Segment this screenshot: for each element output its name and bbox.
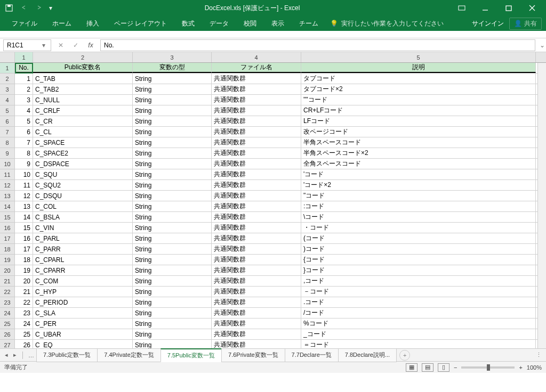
- table-cell[interactable]: _コード: [301, 329, 536, 339]
- table-cell[interactable]: 26: [15, 340, 33, 348]
- table-cell[interactable]: String: [133, 180, 212, 190]
- table-cell[interactable]: 共通関数群: [212, 159, 301, 169]
- table-cell[interactable]: String: [133, 276, 212, 286]
- row-header[interactable]: 7: [0, 127, 15, 137]
- table-cell[interactable]: 半角スペースコード×2: [301, 148, 536, 158]
- table-cell[interactable]: String: [133, 105, 212, 116]
- zoom-slider[interactable]: [461, 366, 515, 369]
- table-cell[interactable]: C_SQU: [33, 169, 133, 179]
- tab-scroll-left-icon[interactable]: ◂: [2, 350, 11, 360]
- table-cell[interactable]: 共通関数群: [212, 233, 301, 243]
- table-cell[interactable]: C_UBAR: [33, 329, 133, 339]
- fx-icon[interactable]: fx: [84, 39, 97, 51]
- table-cell[interactable]: 2: [15, 84, 33, 94]
- table-cell[interactable]: 共通関数群: [212, 137, 301, 148]
- row-header[interactable]: 26: [0, 329, 15, 340]
- tab-options-icon[interactable]: ⋮: [536, 352, 542, 358]
- table-cell[interactable]: :コード: [301, 201, 536, 211]
- row-header[interactable]: 2: [0, 74, 15, 84]
- row-header[interactable]: 13: [0, 191, 15, 201]
- table-cell[interactable]: (コード: [301, 233, 536, 243]
- table-cell[interactable]: 15: [15, 223, 33, 233]
- table-cell[interactable]: String: [133, 265, 212, 275]
- share-button[interactable]: 👤 共有: [509, 18, 542, 30]
- row-header[interactable]: 1: [0, 63, 15, 74]
- table-cell[interactable]: 共通関数群: [212, 84, 301, 94]
- table-cell[interactable]: 6: [15, 127, 33, 137]
- row-header[interactable]: 9: [0, 148, 15, 159]
- table-cell[interactable]: C_SPACE: [33, 137, 133, 148]
- table-cell[interactable]: C_TAB: [33, 74, 133, 84]
- table-cell[interactable]: C_PERIOD: [33, 297, 133, 307]
- row-header[interactable]: 19: [0, 255, 15, 265]
- table-cell[interactable]: 共通関数群: [212, 116, 301, 126]
- row-header[interactable]: 12: [0, 180, 15, 191]
- table-cell[interactable]: 共通関数群: [212, 180, 301, 190]
- add-sheet-button[interactable]: +: [399, 350, 410, 361]
- ribbon-tab[interactable]: ファイル: [4, 16, 45, 31]
- sheet-tab[interactable]: 7.4Private定数一覧: [97, 348, 161, 362]
- row-header[interactable]: 15: [0, 212, 15, 223]
- tell-me-search[interactable]: 💡 実行したい作業を入力してください: [330, 19, 444, 28]
- table-cell[interactable]: C_BSLA: [33, 212, 133, 222]
- table-cell[interactable]: \コード: [301, 212, 536, 222]
- table-cell[interactable]: 8: [15, 148, 33, 158]
- table-cell[interactable]: ""コード: [301, 95, 536, 105]
- table-cell[interactable]: String: [133, 137, 212, 148]
- qat-dropdown-icon[interactable]: ▾: [47, 1, 54, 15]
- table-cell[interactable]: 7: [15, 137, 33, 148]
- table-cell[interactable]: C_VIN: [33, 223, 133, 233]
- ribbon-display-icon[interactable]: [450, 0, 473, 16]
- row-header[interactable]: 27: [0, 340, 15, 348]
- ribbon-tab[interactable]: 数式: [174, 16, 202, 31]
- table-cell[interactable]: String: [133, 340, 212, 348]
- row-header[interactable]: 18: [0, 244, 15, 255]
- row-header[interactable]: 17: [0, 233, 15, 244]
- table-cell[interactable]: 共通関数群: [212, 244, 301, 254]
- formula-input[interactable]: No.: [100, 39, 535, 51]
- table-cell[interactable]: C_PARR: [33, 244, 133, 254]
- row-header[interactable]: 14: [0, 201, 15, 212]
- table-cell[interactable]: 5: [15, 116, 33, 126]
- table-header-cell[interactable]: ファイル名: [212, 63, 301, 73]
- ribbon-tab[interactable]: ホーム: [45, 16, 79, 31]
- table-cell[interactable]: String: [133, 212, 212, 222]
- table-cell[interactable]: 共通関数群: [212, 74, 301, 84]
- table-cell[interactable]: 17: [15, 244, 33, 254]
- ribbon-tab[interactable]: チーム: [292, 16, 326, 31]
- table-cell[interactable]: 20: [15, 276, 33, 286]
- ribbon-tab[interactable]: 校閲: [236, 16, 264, 31]
- formula-expand-icon[interactable]: ⌄: [539, 42, 546, 49]
- table-cell[interactable]: String: [133, 233, 212, 243]
- page-layout-view-icon[interactable]: ▤: [422, 363, 433, 372]
- column-header[interactable]: 3: [133, 52, 212, 62]
- table-cell[interactable]: "コード: [301, 191, 536, 201]
- table-cell[interactable]: 改ページコード: [301, 127, 536, 137]
- table-cell[interactable]: 23: [15, 308, 33, 318]
- row-header[interactable]: 24: [0, 308, 15, 318]
- ribbon-tab[interactable]: データ: [202, 16, 236, 31]
- column-header[interactable]: 4: [212, 52, 301, 62]
- table-cell[interactable]: 19: [15, 265, 33, 275]
- table-cell[interactable]: 共通関数群: [212, 255, 301, 265]
- table-cell[interactable]: ＝コード: [301, 340, 536, 348]
- table-cell[interactable]: C_COL: [33, 201, 133, 211]
- row-header[interactable]: 8: [0, 137, 15, 148]
- table-cell[interactable]: タブコード×2: [301, 84, 536, 94]
- table-cell[interactable]: 共通関数群: [212, 95, 301, 105]
- enter-icon[interactable]: ✓: [69, 39, 82, 51]
- table-cell[interactable]: {コード: [301, 255, 536, 265]
- table-cell[interactable]: C_CR: [33, 116, 133, 126]
- save-icon[interactable]: [2, 1, 16, 15]
- table-header-cell[interactable]: Public変数名: [33, 63, 133, 73]
- column-header[interactable]: 1: [15, 52, 33, 62]
- table-cell[interactable]: String: [133, 116, 212, 126]
- name-box[interactable]: R1C1 ▾: [3, 39, 51, 51]
- table-cell[interactable]: C_PER: [33, 318, 133, 329]
- table-cell[interactable]: 'コード: [301, 169, 536, 179]
- table-cell[interactable]: C_DSQU: [33, 191, 133, 201]
- sheet-tab[interactable]: 7.7Declare一覧: [285, 348, 339, 362]
- table-cell[interactable]: 4: [15, 105, 33, 116]
- table-cell[interactable]: .コード: [301, 297, 536, 307]
- row-header[interactable]: 16: [0, 223, 15, 233]
